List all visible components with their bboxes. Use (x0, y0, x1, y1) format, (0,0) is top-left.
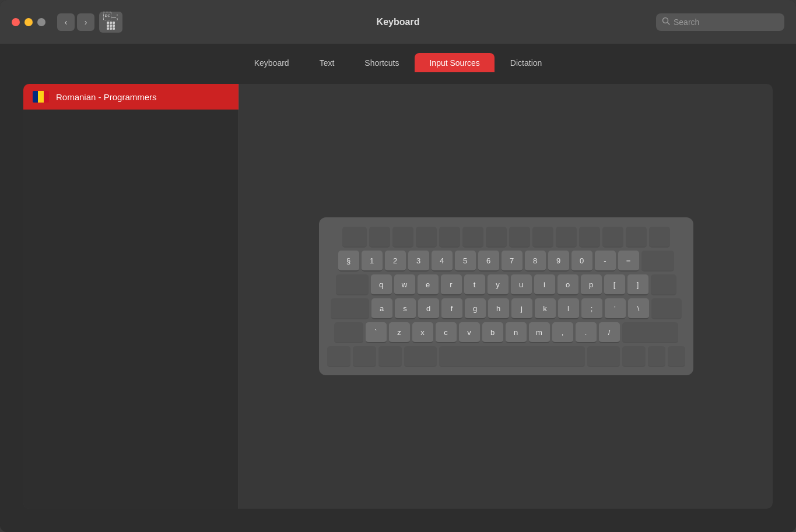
key-ralt (622, 346, 646, 367)
key-equals: = (618, 251, 639, 272)
content-area: Romanian - Programmers (0, 72, 796, 532)
sidebar-item-label: Romanian - Programmers (56, 92, 157, 102)
tab-dictation[interactable]: Dictation (496, 53, 556, 72)
key-d: d (418, 298, 439, 319)
key-lbracket: [ (604, 274, 625, 295)
key-slash: / (599, 322, 620, 343)
key-r: r (441, 274, 462, 295)
key-lshift (334, 322, 363, 343)
tab-input-sources[interactable]: Input Sources (415, 53, 494, 72)
tab-text[interactable]: Text (305, 53, 349, 72)
key-n: n (506, 322, 527, 343)
sidebar: Romanian - Programmers (23, 84, 239, 509)
main-panel: Romanian - Programmers (23, 84, 773, 509)
grid-button[interactable]: –; (99, 12, 122, 33)
key-q: q (371, 274, 392, 295)
key-8: 8 (525, 251, 546, 272)
key-m: m (529, 322, 550, 343)
key-delete (641, 251, 674, 272)
key-s: s (395, 298, 416, 319)
key-z: z (389, 322, 410, 343)
main-window: ‹ › –; Keyboard (0, 0, 796, 532)
key-section: § (338, 251, 359, 272)
svg-rect-4 (110, 24, 112, 27)
key-quote: ' (605, 298, 626, 319)
key-f7 (509, 227, 530, 248)
sidebar-item-romanian-programmers[interactable]: Romanian - Programmers (23, 84, 239, 110)
key-tab (336, 274, 369, 295)
key-y: y (488, 274, 509, 295)
window-title: Keyboard (377, 17, 420, 27)
svg-rect-8 (113, 27, 115, 30)
minimize-button[interactable] (24, 18, 33, 26)
key-f5 (462, 227, 483, 248)
right-panel: § 1 2 3 4 5 6 7 8 9 0 - = (239, 84, 773, 509)
search-wrapper (656, 13, 784, 31)
key-semicolon: ; (581, 298, 602, 319)
key-x: x (412, 322, 433, 343)
forward-icon: › (85, 17, 87, 27)
key-backtick: ` (366, 322, 387, 343)
key-period: . (576, 322, 597, 343)
key-1: 1 (362, 251, 383, 272)
key-f11 (602, 227, 623, 248)
key-lctrl (353, 346, 376, 367)
key-2: 2 (385, 251, 406, 272)
key-b: b (482, 322, 503, 343)
traffic-lights (12, 18, 45, 26)
number-row: § 1 2 3 4 5 6 7 8 9 0 - = (327, 251, 685, 272)
key-comma: , (552, 322, 573, 343)
forward-button[interactable]: › (77, 13, 94, 31)
key-f4 (439, 227, 460, 248)
key-w: w (394, 274, 415, 295)
back-button[interactable]: ‹ (57, 13, 75, 31)
search-input[interactable] (656, 13, 784, 31)
key-space (439, 346, 585, 367)
key-g: g (465, 298, 486, 319)
key-left (648, 346, 665, 367)
romanian-flag (33, 91, 49, 103)
key-minus: - (595, 251, 616, 272)
svg-rect-13 (44, 91, 49, 103)
key-lalt (378, 346, 402, 367)
key-f3 (416, 227, 437, 248)
key-backslash-wide (651, 274, 676, 295)
svg-rect-3 (107, 24, 109, 27)
key-t: t (464, 274, 485, 295)
key-fn (327, 346, 350, 367)
tab-shortcuts[interactable]: Shortcuts (350, 53, 413, 72)
svg-rect-7 (110, 27, 112, 30)
svg-rect-12 (38, 91, 44, 103)
key-lcmd (404, 346, 437, 367)
key-4: 4 (432, 251, 453, 272)
key-7: 7 (502, 251, 523, 272)
back-icon: ‹ (65, 17, 68, 27)
key-l: l (558, 298, 579, 319)
close-button[interactable] (12, 18, 20, 26)
key-p: p (581, 274, 602, 295)
bottom-row (327, 346, 685, 367)
key-c: c (436, 322, 457, 343)
svg-rect-6 (107, 27, 109, 30)
key-0: 0 (571, 251, 592, 272)
titlebar: ‹ › –; Keyboard (0, 0, 796, 44)
maximize-button[interactable] (37, 18, 45, 26)
key-j: j (511, 298, 532, 319)
svg-rect-5 (113, 24, 115, 27)
key-h: h (488, 298, 509, 319)
key-a: a (371, 298, 392, 319)
key-f: f (441, 298, 462, 319)
key-k: k (535, 298, 556, 319)
key-u: u (511, 274, 532, 295)
key-f9 (556, 227, 577, 248)
grid-icon: –; (99, 12, 122, 32)
key-rshift (622, 322, 678, 343)
keyboard-visual: § 1 2 3 4 5 6 7 8 9 0 - = (319, 217, 693, 375)
key-f13 (649, 227, 670, 248)
qwerty-row: q w e r t y u i o p [ ] (327, 274, 685, 295)
asdf-row: a s d f g h j k l ; ' \ (327, 298, 685, 319)
key-o: o (557, 274, 578, 295)
tab-keyboard[interactable]: Keyboard (240, 53, 304, 72)
key-rcmd (587, 346, 620, 367)
key-esc (342, 227, 367, 248)
